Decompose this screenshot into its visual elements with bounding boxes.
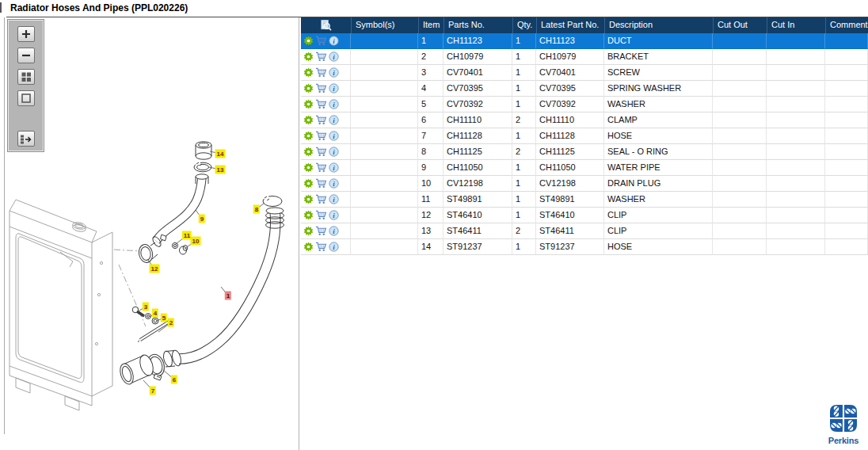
table-row[interactable]: i 14 ST91237 1 ST91237 HOSE [301,239,868,255]
part-info-icon[interactable]: i [329,194,339,204]
add-to-cart-icon[interactable] [315,242,327,252]
config-gear-icon[interactable] [303,242,314,252]
cell-latest-part-no: CH10979 [536,49,604,65]
table-row[interactable]: i 5 CV70392 1 CV70392 WASHER [301,97,868,113]
header-cell-actions[interactable] [301,17,351,33]
add-to-cart-icon[interactable] [315,226,327,236]
add-to-cart-icon[interactable] [315,67,327,78]
config-gear-icon[interactable] [303,115,314,125]
diagram-callout-14[interactable]: 14 [215,150,226,158]
config-gear-icon[interactable] [303,147,314,157]
cell-qty: 1 [512,49,536,65]
add-to-cart-icon[interactable] [315,36,327,46]
config-gear-icon[interactable] [303,99,314,109]
panel-divider[interactable] [299,17,299,450]
cell-qty: 2 [512,223,536,239]
part-info-icon[interactable]: i [329,99,339,109]
table-row[interactable]: i 9 CH11050 1 CH11050 WATER PIPE [301,160,868,176]
diagram-callout-3[interactable]: 3 [143,303,149,311]
add-to-cart-icon[interactable] [315,99,327,109]
config-gear-icon[interactable] [303,83,314,93]
part-info-icon[interactable]: i [329,178,339,189]
row-actions: i [301,33,351,49]
cell-parts-no: ST46410 [444,208,512,223]
add-to-cart-icon[interactable] [315,131,327,141]
diagram-callout-9[interactable]: 9 [199,215,205,223]
cell-description: SPRING WASHER [604,81,713,97]
diagram-callout-13[interactable]: 13 [215,166,226,174]
diagram-callout-1[interactable]: 1 [225,292,231,300]
table-row[interactable]: i 13 ST46411 2 ST46411 CLIP [301,223,868,239]
cell-cut-out [713,49,767,65]
diagram-callout-8[interactable]: 8 [253,205,260,214]
table-row[interactable]: i 1 CH11123 1 CH11123 DUCT [301,33,868,49]
cell-latest-part-no: CV70392 [536,97,604,113]
table-row[interactable]: i 4 CV70395 1 CV70395 SPRING WASHER [301,81,868,97]
cell-item: 14 [418,239,444,255]
add-to-cart-icon[interactable] [315,115,327,125]
part-info-icon[interactable]: i [329,36,339,46]
table-row[interactable]: i 3 CV70401 1 CV70401 SCREW [301,65,868,81]
part-info-icon[interactable]: i [329,162,339,173]
add-to-cart-icon[interactable] [315,210,327,220]
add-to-cart-icon[interactable] [315,83,327,93]
row-actions: i [301,97,351,113]
table-row[interactable]: i 12 ST46410 1 ST46410 CLIP [301,208,868,223]
cell-comment [825,65,868,81]
header-cell-comment[interactable]: Comment [825,17,868,33]
diagram-callout-4[interactable]: 4 [152,309,158,318]
header-cell-cut-out[interactable]: Cut Out [713,17,767,33]
header-cell-parts-no[interactable]: Parts No. [444,17,512,33]
part-info-icon[interactable]: i [329,131,339,141]
config-gear-icon[interactable] [303,36,314,46]
cell-comment [825,33,868,49]
add-to-cart-icon[interactable] [315,194,327,204]
config-gear-icon[interactable] [303,210,314,220]
diagram-callout-5[interactable]: 5 [161,314,167,322]
config-gear-icon[interactable] [303,162,314,173]
table-row[interactable]: i 7 CH11128 1 CH11128 HOSE [301,128,868,144]
part-info-icon[interactable]: i [329,147,339,157]
config-gear-icon[interactable] [303,194,314,204]
table-row[interactable]: i 8 CH11125 2 CH11125 SEAL - O RING [301,144,868,160]
table-row[interactable]: i 6 CH11110 2 CH11110 CLAMP [301,113,868,128]
table-row[interactable]: i 2 CH10979 1 CH10979 BRACKET [301,49,868,65]
cell-cut-in [767,81,825,97]
add-to-cart-icon[interactable] [315,162,327,173]
table-row[interactable]: i 11 ST49891 1 ST49891 WASHER [301,192,868,208]
diagram-callout-10[interactable]: 10 [191,237,201,246]
part-info-icon[interactable]: i [329,51,339,62]
config-gear-icon[interactable] [303,178,314,189]
diagram-callout-12[interactable]: 12 [150,265,160,273]
config-gear-icon[interactable] [303,131,314,141]
header-cell-item[interactable]: Item [418,17,444,33]
part-info-icon[interactable]: i [329,83,339,93]
header-cell-symbols[interactable]: Symbol(s) [351,17,418,33]
cell-parts-no: CV70395 [444,81,512,97]
cell-cut-out [713,81,767,97]
table-row[interactable]: i 10 CV12198 1 CV12198 DRAIN PLUG [301,176,868,192]
part-info-icon[interactable]: i [329,242,339,252]
add-to-cart-icon[interactable] [315,51,327,62]
header-cell-cut-in[interactable]: Cut In [767,17,825,33]
diagram-callout-2[interactable]: 2 [168,318,174,327]
cell-parts-no: ST91237 [444,239,512,255]
add-to-cart-icon[interactable] [315,178,327,189]
part-info-icon[interactable]: i [329,226,339,236]
header-cell-latest-part-no[interactable]: Latest Part No. [536,17,604,33]
diagram-callout-6[interactable]: 6 [171,376,177,384]
part-info-icon[interactable]: i [329,210,339,220]
row-actions: i [301,239,351,255]
add-to-cart-icon[interactable] [315,147,327,157]
config-gear-icon[interactable] [303,51,314,62]
config-gear-icon[interactable] [303,67,314,78]
part-info-icon[interactable]: i [329,115,339,125]
diagram-callout-7[interactable]: 7 [150,387,156,395]
config-gear-icon[interactable] [303,226,314,236]
header-cell-qty[interactable]: Qty. [512,17,536,33]
part-info-icon[interactable]: i [329,67,339,78]
cell-cut-out [713,160,767,176]
header-cell-description[interactable]: Description [604,17,713,33]
cell-comment [825,49,868,65]
cell-parts-no: CV12198 [444,176,512,192]
